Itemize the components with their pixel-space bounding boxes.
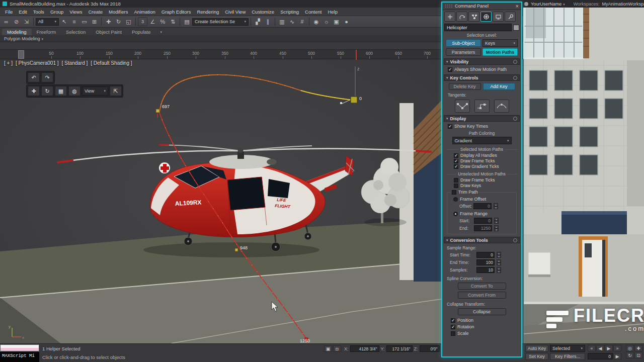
x-coordinate-field[interactable]: 4128 3/4": [350, 345, 379, 352]
display-panel-tab[interactable]: [493, 12, 504, 22]
trim-end-spinner[interactable]: End: 1250 ▴▾: [459, 225, 514, 231]
selection-filter-dropdown[interactable]: All: [36, 18, 59, 26]
view-selector-dropdown[interactable]: View: [82, 86, 108, 96]
spinner-arrows[interactable]: ▴▾: [497, 259, 501, 265]
render-setup-button[interactable]: ☼: [321, 17, 331, 26]
bind-to-space-warp-button[interactable]: ⇲: [22, 17, 31, 26]
rollout-display-header[interactable]: Display: [444, 115, 520, 122]
align-button[interactable]: ∥: [263, 17, 273, 26]
move-tool-button[interactable]: ✚: [28, 86, 40, 96]
previous-frame-button[interactable]: ◀: [596, 345, 604, 351]
selection-set-dropdown[interactable]: Selected: [550, 345, 585, 352]
convert-to-button[interactable]: Convert To: [458, 283, 506, 290]
viewport-shading-menu[interactable]: [ Default Shading ]: [91, 60, 132, 66]
shaded-sphere-button[interactable]: ◍: [68, 86, 80, 96]
select-and-link-button[interactable]: ∞: [2, 17, 11, 26]
named-selection-sets-dropdown[interactable]: Create Selection Se: [192, 18, 249, 26]
time-slider-handle[interactable]: [18, 50, 24, 59]
zoom-button[interactable]: ◎: [626, 345, 634, 351]
scale-checkbox[interactable]: Scale: [451, 331, 520, 336]
rollout-visibility-header[interactable]: Visibility: [444, 58, 520, 65]
menu-group[interactable]: Group: [47, 9, 66, 15]
add-key-button[interactable]: Add Key: [483, 83, 515, 90]
y-coordinate-field[interactable]: 172 1/16": [386, 345, 413, 352]
menu-scripting[interactable]: Scripting: [277, 9, 302, 15]
selection-region-button[interactable]: ▦: [55, 86, 67, 96]
unselected-draw-frame-ticks-checkbox[interactable]: Draw Frame Ticks: [454, 177, 520, 183]
menu-customize[interactable]: Customize: [249, 9, 277, 15]
next-frame-button[interactable]: ◀: [613, 353, 621, 359]
frame-range-radio[interactable]: Frame Range: [453, 211, 514, 216]
menu-rendering[interactable]: Rendering: [194, 9, 222, 15]
motion-paths-button[interactable]: Motion Paths: [482, 48, 518, 56]
convert-from-button[interactable]: Convert From: [458, 292, 506, 299]
key-filters-button[interactable]: Key Filters...: [550, 353, 585, 360]
motion-path-key-948[interactable]: [235, 248, 238, 251]
frame-offset-radio[interactable]: Frame Offset: [453, 197, 514, 202]
draw-frame-ticks-checkbox[interactable]: Draw Frame Ticks: [454, 158, 520, 163]
play-animation-button[interactable]: ▶: [605, 345, 613, 351]
playhead-marker[interactable]: [356, 50, 357, 60]
curve-editor-button[interactable]: ∿: [287, 17, 297, 26]
z-coordinate-field[interactable]: 0'0": [420, 345, 440, 352]
menu-content[interactable]: Content: [302, 9, 325, 15]
menu-tools[interactable]: Tools: [30, 9, 47, 15]
set-key-button[interactable]: Set Key: [525, 353, 548, 360]
snap-toggle-button[interactable]: 3: [138, 17, 147, 26]
select-object-button[interactable]: ↖: [59, 17, 69, 26]
axis-constraint-button[interactable]: ⇱: [110, 86, 122, 96]
select-and-rotate-button[interactable]: ↻: [114, 17, 123, 26]
rollout-key-controls-header[interactable]: Key Controls: [444, 74, 520, 81]
rotation-checkbox[interactable]: Rotation: [451, 324, 520, 329]
sub-object-button[interactable]: Sub-Object: [446, 39, 481, 47]
utilities-panel-tab[interactable]: [505, 12, 516, 22]
orbit-button[interactable]: ↻: [626, 352, 634, 358]
menu-graph-editors[interactable]: Graph Editors: [158, 9, 194, 15]
menu-help[interactable]: Help: [325, 9, 341, 15]
draw-keys-checkbox[interactable]: Draw Keys: [454, 183, 520, 188]
motion-path-key-697[interactable]: [156, 109, 159, 113]
menu-modifiers[interactable]: Modifiers: [106, 9, 131, 15]
username-menu[interactable]: YourUserName: [531, 2, 565, 7]
object-color-swatch[interactable]: [513, 25, 519, 31]
offset-spinner[interactable]: Offset: 0 ▴▾: [459, 203, 514, 209]
rollout-conversion-tools-header[interactable]: Conversion Tools: [444, 237, 520, 243]
panel-drag-grip[interactable]: [445, 4, 453, 8]
tangent-custom-button[interactable]: [455, 100, 470, 113]
parameters-button[interactable]: Parameters: [446, 48, 481, 56]
schematic-view-button[interactable]: #: [297, 17, 307, 26]
workspace-selector[interactable]: MyAnimationWorkspace: [602, 2, 644, 7]
spinner-arrows[interactable]: ▴▾: [494, 225, 499, 231]
ribbon-options-icon[interactable]: [158, 29, 162, 34]
spinner-arrows[interactable]: ▴▾: [497, 267, 501, 273]
tangent-smooth-button[interactable]: [494, 100, 509, 113]
samples-value[interactable]: 10: [476, 267, 495, 273]
end-time-value[interactable]: 100: [476, 259, 495, 265]
scene-explorer-toggle-button[interactable]: ▥: [277, 17, 287, 26]
menu-views[interactable]: Views: [66, 9, 85, 15]
show-key-times-checkbox[interactable]: Show Key Times: [448, 124, 520, 129]
always-show-motion-path-checkbox[interactable]: Always Show Motion Path: [448, 67, 520, 72]
spinner-snap-toggle-button[interactable]: ⇅: [168, 17, 178, 26]
angle-snap-toggle-button[interactable]: ∠: [148, 17, 157, 26]
tab-selection[interactable]: Selection: [61, 29, 91, 35]
display-all-handles-checkbox[interactable]: Display All Handles: [454, 153, 520, 158]
rotate-tool-button[interactable]: ↻: [41, 86, 53, 96]
current-frame-field[interactable]: 0: [588, 353, 613, 359]
create-panel-tab[interactable]: [444, 12, 455, 22]
auto-key-toggle[interactable]: Auto Key: [525, 345, 548, 352]
go-to-end-button[interactable]: »: [613, 345, 621, 351]
keys-dropdown[interactable]: Keys: [482, 39, 518, 47]
material-editor-button[interactable]: ◉: [311, 17, 321, 26]
tangent-step-button[interactable]: [474, 100, 490, 113]
offset-value[interactable]: 0: [473, 203, 492, 209]
select-and-move-button[interactable]: ✚: [104, 17, 113, 26]
tab-modeling[interactable]: Modeling: [2, 29, 32, 35]
render-production-button[interactable]: ●: [342, 17, 351, 26]
trim-path-checkbox[interactable]: Trim Path: [450, 190, 479, 195]
object-name-field[interactable]: Helicopter: [444, 24, 512, 31]
viewport-camera-menu[interactable]: [ PhysCamera001 ]: [16, 60, 59, 66]
polygon-modeling-panel[interactable]: Polygon Modeling: [4, 36, 43, 41]
spinner-arrows[interactable]: ▴▾: [494, 203, 498, 209]
position-checkbox[interactable]: Position: [451, 318, 520, 323]
